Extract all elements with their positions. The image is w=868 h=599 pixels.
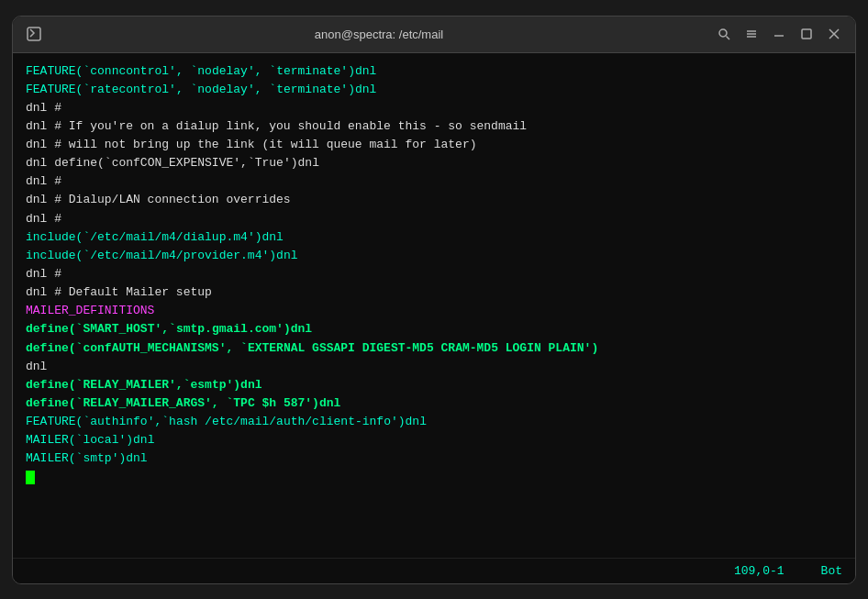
terminal-window: anon@spectra: /etc/mail [12,16,856,584]
code-line: MAILER(`local')dnl [26,431,842,449]
code-line: MAILER(`smtp')dnl [26,449,842,468]
code-line: FEATURE(`conncontrol', `nodelay', `termi… [26,62,842,81]
code-line: dnl # [26,99,842,117]
code-line: dnl # [26,172,842,191]
cursor-block [26,471,35,484]
status-text: 109,0-1 Bot [734,564,842,578]
cursor-line [26,469,842,487]
code-line: define(`RELAY_MAILER_ARGS', `TPC $h 587'… [26,394,842,413]
titlebar: anon@spectra: /etc/mail [13,17,855,53]
code-line: dnl # [26,210,842,228]
code-line: dnl # If you're on a dialup link, you sh… [26,117,842,136]
code-line: dnl # Dialup/LAN connection overrides [26,191,842,209]
window-title: anon@spectra: /etc/mail [44,28,714,41]
maximize-button[interactable] [796,24,817,44]
cursor-position: 109,0-1 [734,564,785,578]
search-button[interactable] [714,24,734,44]
code-line: define(`SMART_HOST',`smtp.gmail.com')dnl [26,320,842,338]
code-line: dnl # will not bring up the link (it wil… [26,136,842,154]
minimize-button[interactable] [769,24,789,44]
code-line: MAILER_DEFINITIONS [26,302,842,320]
code-line: FEATURE(`ratecontrol', `nodelay', `termi… [26,81,842,99]
menu-button[interactable] [741,24,762,44]
terminal-body[interactable]: FEATURE(`conncontrol', `nodelay', `termi… [13,53,855,558]
svg-line-2 [727,37,730,40]
code-line: FEATURE(`authinfo',`hash /etc/mail/auth/… [26,413,842,431]
svg-point-1 [719,29,727,37]
code-line: dnl define(`confCON_EXPENSIVE',`True')dn… [26,154,842,172]
code-line: define(`RELAY_MAILER',`esmtp')dnl [26,376,842,394]
svg-rect-7 [802,29,811,39]
terminal-icon [24,24,44,44]
status-bar: 109,0-1 Bot [13,558,855,583]
code-line: include(`/etc/mail/m4/dialup.m4')dnl [26,228,842,247]
code-line: dnl # Default Mailer setup [26,283,842,302]
titlebar-left [24,24,44,44]
close-button[interactable] [824,24,844,44]
scroll-position: Bot [821,564,842,578]
code-line: dnl # [26,265,842,283]
code-line: dnl [26,358,842,376]
titlebar-controls [714,24,844,44]
titlebar-center: anon@spectra: /etc/mail [44,28,714,41]
code-line: define(`confAUTH_MECHANISMS', `EXTERNAL … [26,339,842,358]
code-line: include(`/etc/mail/m4/provider.m4')dnl [26,247,842,265]
